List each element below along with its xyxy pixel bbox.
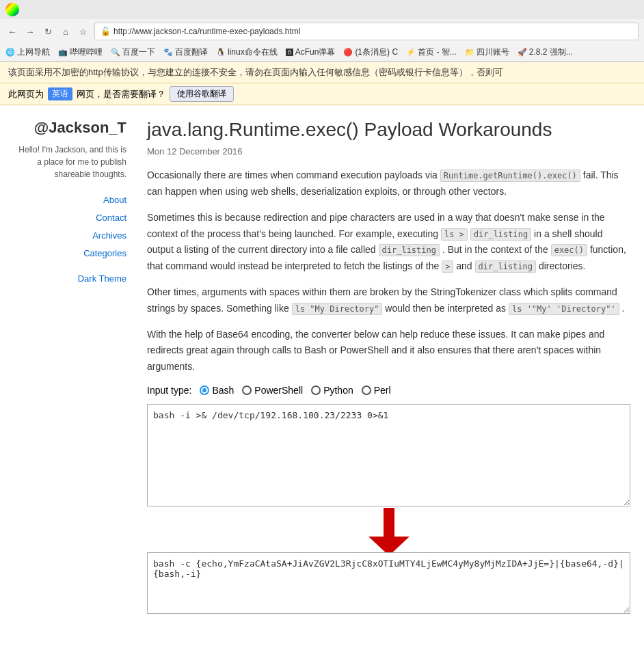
article-body: Occasionally there are times when comman… bbox=[147, 167, 630, 616]
code-dirlisting2: dir_listing bbox=[379, 244, 440, 256]
radio-python-label: Python bbox=[323, 385, 353, 396]
bookmark-msg[interactable]: 🔴 (1条消息) C bbox=[343, 46, 398, 58]
sidebar-logo: @Jackson_T bbox=[14, 119, 126, 137]
bookmark-icon: 🌐 bbox=[5, 48, 15, 57]
nav-archives[interactable]: Archives bbox=[14, 227, 126, 245]
bookmark-shangwang[interactable]: 🌐 上网导航 bbox=[5, 46, 50, 58]
code-gt: > bbox=[442, 260, 453, 273]
nav-about[interactable]: About bbox=[14, 191, 126, 209]
code-dirlisting1: dir_listing bbox=[470, 228, 531, 241]
bookmark-label: 四川账号 bbox=[477, 46, 509, 58]
bookmark-linux[interactable]: 🐧 linux命令在线 bbox=[216, 46, 278, 58]
forward-button[interactable]: → bbox=[23, 25, 37, 38]
bookmark-icon: ⚡ bbox=[406, 48, 416, 57]
bookmark-label: 首页 - 智... bbox=[418, 46, 457, 58]
security-warning-text: 该页面采用不加密的http传输协议，与您建立的连接不安全，请勿在页面内输入任何敏… bbox=[8, 67, 503, 77]
output-textarea-wrapper bbox=[147, 552, 630, 616]
bookmark-label: 2.8.2 强制... bbox=[529, 46, 573, 58]
translate-button[interactable]: 使用谷歌翻译 bbox=[170, 86, 234, 102]
bookmark-sichuan[interactable]: 📁 四川账号 bbox=[465, 46, 509, 58]
paragraph-2: Sometimes this is because redirection an… bbox=[147, 210, 630, 275]
input-type-row: Input type: Bash PowerShell Python Perl bbox=[147, 385, 630, 396]
star-button[interactable]: ☆ bbox=[77, 25, 90, 38]
nav-bar: ← → ↻ ⌂ ☆ 🔓 http://www.jackson-t.ca/runt… bbox=[0, 19, 644, 44]
bookmark-fanyi[interactable]: 🐾 百度翻译 bbox=[163, 46, 208, 58]
app-icon bbox=[5, 3, 19, 16]
nav-categories[interactable]: Categories bbox=[14, 245, 126, 262]
bookmark-baidu[interactable]: 🔍 百度一下 bbox=[111, 46, 155, 58]
translate-middle: 网页，是否需要翻译？ bbox=[77, 88, 165, 100]
code-ls-broken: ls '"My' 'Directory"' bbox=[509, 303, 619, 315]
radio-bash-label: Bash bbox=[212, 385, 234, 396]
bookmark-label: linux命令在线 bbox=[228, 46, 278, 58]
address-bar[interactable]: 🔓 http://www.jackson-t.ca/runtime-exec-p… bbox=[94, 23, 639, 40]
security-warning: 该页面采用不加密的http传输协议，与您建立的连接不安全，请勿在页面内输入任何敏… bbox=[0, 62, 644, 83]
lock-icon: 🔓 bbox=[100, 27, 111, 36]
bookmark-label: 上网导航 bbox=[17, 46, 50, 58]
arrow-container bbox=[147, 511, 630, 552]
input-type-label: Input type: bbox=[147, 385, 191, 396]
translate-prefix: 此网页为 bbox=[8, 88, 44, 100]
sidebar-tagline: Hello! I'm Jackson, and this is a place … bbox=[14, 144, 126, 180]
radio-perl[interactable]: Perl bbox=[362, 385, 391, 396]
bookmark-label: (1条消息) C bbox=[355, 46, 398, 58]
code-dirlisting3: dir_listing bbox=[475, 260, 536, 273]
url-text: http://www.jackson-t.ca/runtime-exec-pay… bbox=[113, 27, 300, 36]
article-title: java.lang.Runtime.exec() Payload Workaro… bbox=[147, 119, 630, 141]
bookmarks-bar: 🌐 上网导航 📺 哔哩哔哩 🔍 百度一下 🐾 百度翻译 🐧 linux命令在线 … bbox=[0, 44, 644, 62]
bookmark-label: 百度翻译 bbox=[175, 46, 208, 58]
home-button[interactable]: ⌂ bbox=[59, 25, 72, 38]
radio-bash-circle bbox=[200, 385, 209, 395]
input-textarea-wrapper bbox=[147, 404, 630, 509]
code-getruntime: Runtime.getRuntime().exec() bbox=[440, 170, 580, 182]
bookmark-label: 哔哩哔哩 bbox=[70, 46, 103, 58]
back-button[interactable]: ← bbox=[5, 25, 19, 38]
radio-perl-circle bbox=[362, 385, 371, 395]
bookmark-icon: 🔍 bbox=[111, 48, 120, 57]
translate-bar: 此网页为 英语 网页，是否需要翻译？ 使用谷歌翻译 bbox=[0, 83, 644, 105]
code-exec: exec() bbox=[551, 244, 587, 256]
nav-contact[interactable]: Contact bbox=[14, 209, 126, 227]
svg-rect-0 bbox=[384, 508, 394, 537]
radio-powershell-label: PowerShell bbox=[254, 385, 303, 396]
title-bar bbox=[0, 0, 644, 19]
bookmark-icon: 🚀 bbox=[518, 48, 527, 57]
sidebar: @Jackson_T Hello! I'm Jackson, and this … bbox=[14, 119, 140, 619]
command-output[interactable] bbox=[147, 552, 630, 614]
radio-python[interactable]: Python bbox=[311, 385, 353, 396]
article-date: Mon 12 December 2016 bbox=[147, 146, 630, 157]
paragraph-4: With the help of Base64 encoding, the co… bbox=[147, 327, 630, 375]
bookmark-icon: 📁 bbox=[465, 48, 474, 57]
paragraph-3: Other times, arguments with spaces withi… bbox=[147, 284, 630, 317]
bookmark-homepage[interactable]: ⚡ 首页 - 智... bbox=[406, 46, 457, 58]
radio-python-circle bbox=[311, 385, 321, 395]
reload-button[interactable]: ↻ bbox=[41, 25, 55, 38]
paragraph-1: Occasionally there are times when comman… bbox=[147, 167, 630, 200]
bookmark-icon: 🔴 bbox=[343, 48, 353, 57]
radio-bash[interactable]: Bash bbox=[200, 385, 234, 396]
bookmark-icon: 🐾 bbox=[163, 48, 173, 57]
bookmark-bilibili[interactable]: 📺 哔哩哔哩 bbox=[58, 46, 103, 58]
main-content: java.lang.Runtime.exec() Payload Workaro… bbox=[140, 119, 630, 619]
bookmark-icon: 🐧 bbox=[216, 48, 226, 57]
radio-powershell[interactable]: PowerShell bbox=[242, 385, 303, 396]
dark-theme-link[interactable]: Dark Theme bbox=[14, 273, 126, 284]
bookmark-label: AcFun弹幕 bbox=[295, 46, 336, 58]
bookmark-acfun[interactable]: 🅰 AcFun弹幕 bbox=[286, 46, 336, 58]
bookmark-label: 百度一下 bbox=[122, 46, 155, 58]
code-ls-mydir: ls "My Directory" bbox=[292, 303, 383, 315]
command-input[interactable] bbox=[147, 404, 630, 506]
bookmark-icon: 🅰 bbox=[286, 49, 293, 57]
bookmark-icon: 📺 bbox=[58, 48, 68, 57]
lang-badge: 英语 bbox=[48, 87, 72, 100]
browser-chrome: ← → ↻ ⌂ ☆ 🔓 http://www.jackson-t.ca/runt… bbox=[0, 0, 644, 62]
radio-powershell-circle bbox=[242, 385, 252, 395]
code-ls: ls > bbox=[441, 228, 468, 241]
sidebar-nav: About Contact Archives Categories bbox=[14, 191, 126, 262]
radio-perl-label: Perl bbox=[374, 385, 391, 396]
page-wrapper: @Jackson_T Hello! I'm Jackson, and this … bbox=[0, 105, 644, 632]
bookmark-version[interactable]: 🚀 2.8.2 强制... bbox=[518, 46, 573, 58]
down-arrow-icon bbox=[368, 508, 410, 556]
